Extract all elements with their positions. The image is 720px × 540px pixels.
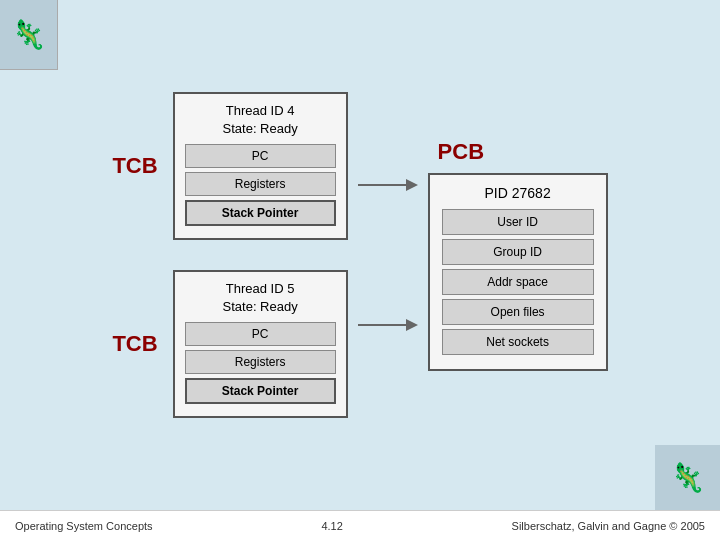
footer-center: 4.12 xyxy=(321,520,342,532)
pcb-addr-space-button: Addr space xyxy=(442,269,594,295)
main-content: TCB Thread ID 4 State: Ready PC Register… xyxy=(0,0,720,510)
footer-left: Operating System Concepts xyxy=(15,520,153,532)
arrow1 xyxy=(358,175,418,195)
pcb-open-files-button: Open files xyxy=(442,299,594,325)
pcb-group-id-button: Group ID xyxy=(442,239,594,265)
tcb1-thread-id: Thread ID 4 xyxy=(226,103,295,118)
svg-marker-3 xyxy=(406,319,418,331)
pcb-box: PID 27682 User ID Group ID Addr space Op… xyxy=(428,173,608,371)
tcb2-header: Thread ID 5 State: Ready xyxy=(185,280,336,316)
tcb1-group: TCB Thread ID 4 State: Ready PC Register… xyxy=(112,92,347,240)
tcb2-pc-button: PC xyxy=(185,322,336,346)
pcb-net-sockets-button: Net sockets xyxy=(442,329,594,355)
tcb2-box: Thread ID 5 State: Ready PC Registers St… xyxy=(173,270,348,418)
pcb-label: PCB xyxy=(438,139,484,165)
tcb1-box: Thread ID 4 State: Ready PC Registers St… xyxy=(173,92,348,240)
footer: Operating System Concepts 4.12 Silbersch… xyxy=(0,510,720,540)
tcb1-registers-button: Registers xyxy=(185,172,336,196)
tcb2-label: TCB xyxy=(112,331,157,357)
pcb-section: PCB PID 27682 User ID Group ID Addr spac… xyxy=(428,139,608,371)
tcb1-stack-pointer-button: Stack Pointer xyxy=(185,200,336,226)
tcb1-state: State: Ready xyxy=(223,121,298,136)
tcb1-label: TCB xyxy=(112,153,157,179)
tcb2-state: State: Ready xyxy=(223,299,298,314)
tcb-list: TCB Thread ID 4 State: Ready PC Register… xyxy=(112,92,347,419)
decoration-bottom-right: 🦎 xyxy=(655,445,720,510)
tcb2-stack-pointer-button: Stack Pointer xyxy=(185,378,336,404)
tcb2-thread-id: Thread ID 5 xyxy=(226,281,295,296)
tcb1-pc-button: PC xyxy=(185,144,336,168)
tcb2-registers-button: Registers xyxy=(185,350,336,374)
footer-right: Silberschatz, Galvin and Gagne © 2005 xyxy=(512,520,705,532)
tcb1-header: Thread ID 4 State: Ready xyxy=(185,102,336,138)
pcb-user-id-button: User ID xyxy=(442,209,594,235)
tcb2-group: TCB Thread ID 5 State: Ready PC Register… xyxy=(112,270,347,418)
diagram: TCB Thread ID 4 State: Ready PC Register… xyxy=(30,92,690,419)
arrow2 xyxy=(358,315,418,335)
pcb-pid: PID 27682 xyxy=(442,185,594,201)
arrows-area xyxy=(358,115,418,395)
svg-marker-1 xyxy=(406,179,418,191)
